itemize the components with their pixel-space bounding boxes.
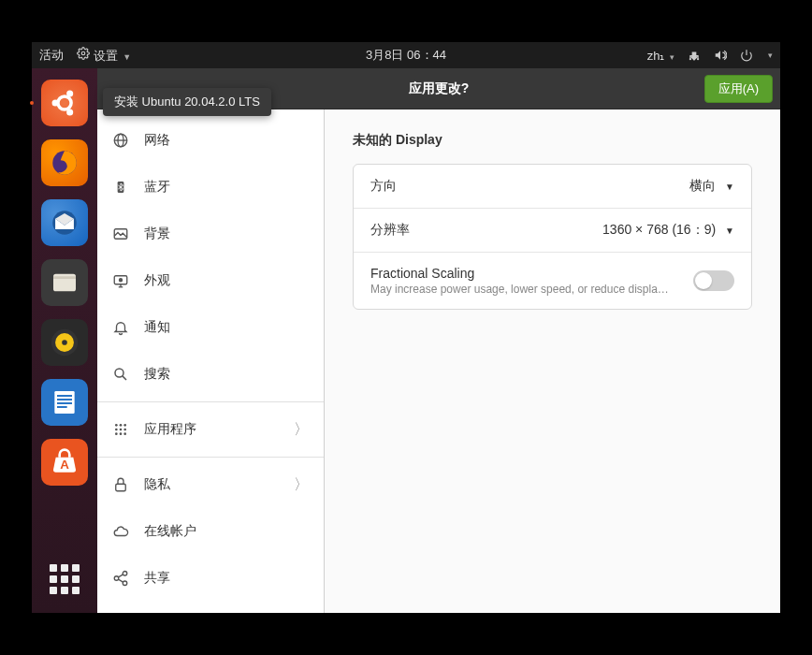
app-menu[interactable]: 设置 ▼ — [77, 47, 131, 65]
svg-point-1 — [689, 58, 691, 60]
setting-label: Fractional Scaling — [370, 266, 670, 281]
svg-line-47 — [118, 579, 123, 582]
clock[interactable]: 3月8日 06：44 — [366, 47, 446, 64]
sidebar-item-online-accounts[interactable]: 在线帐户 — [97, 508, 324, 555]
svg-point-15 — [62, 340, 67, 345]
tooltip: 安装 Ubuntu 20.04.2.0 LTS — [103, 88, 271, 116]
dock: A — [32, 68, 97, 613]
svg-rect-17 — [57, 395, 72, 397]
separator — [97, 457, 324, 458]
setting-subtitle: May increase power usage, lower speed, o… — [370, 283, 670, 296]
display-settings-group: 方向 横向 ▼ 分辨率 1360 × 768 (16：9) ▼ Fractio — [353, 164, 752, 310]
appearance-icon — [112, 272, 129, 289]
dock-show-applications[interactable] — [44, 559, 85, 600]
svg-point-38 — [123, 429, 126, 431]
svg-point-35 — [123, 424, 126, 427]
sidebar-item-privacy[interactable]: 隐私 〉 — [97, 461, 324, 508]
share-icon — [112, 570, 129, 587]
svg-point-31 — [115, 369, 123, 377]
svg-point-30 — [120, 279, 123, 282]
sidebar-item-network[interactable]: 网络 — [97, 117, 324, 164]
sidebar-item-notifications[interactable]: 通知 — [97, 304, 324, 351]
sidebar-item-label: 在线帐户 — [144, 523, 196, 540]
svg-point-3 — [697, 58, 699, 60]
grid-icon — [112, 421, 129, 438]
separator — [97, 401, 324, 402]
svg-rect-19 — [57, 402, 72, 404]
sidebar-item-appearance[interactable]: 外观 — [97, 257, 324, 304]
input-method-indicator[interactable]: zh₁ ▾ — [647, 49, 674, 63]
svg-rect-20 — [57, 406, 67, 408]
svg-rect-12 — [53, 276, 76, 279]
activities-button[interactable]: 活动 — [39, 47, 64, 64]
svg-text:A: A — [60, 458, 69, 472]
sidebar-item-bluetooth[interactable]: 蓝牙 — [97, 164, 324, 211]
settings-sidebar: 网络 蓝牙 背景 外观 — [97, 109, 325, 613]
power-icon[interactable] — [740, 49, 753, 62]
globe-icon — [112, 132, 129, 149]
gear-icon — [77, 47, 90, 60]
cloud-icon — [112, 523, 129, 540]
fractional-scaling-toggle[interactable] — [693, 270, 734, 291]
sidebar-item-applications[interactable]: 应用程序 〉 — [97, 406, 324, 453]
svg-point-34 — [120, 424, 123, 427]
chevron-down-icon: ▾ — [670, 52, 674, 62]
lock-icon — [112, 476, 129, 493]
sidebar-item-label: 蓝牙 — [144, 179, 170, 196]
bell-icon — [112, 319, 129, 336]
setting-value: 1360 × 768 (16：9) ▼ — [602, 222, 734, 239]
svg-point-41 — [123, 432, 126, 435]
sidebar-item-label: 背景 — [144, 226, 170, 242]
background-icon — [112, 226, 129, 242]
svg-point-2 — [693, 58, 695, 60]
dock-item-rhythmbox[interactable] — [41, 319, 88, 366]
setting-fractional-scaling: Fractional Scaling May increase power us… — [354, 253, 751, 309]
chevron-right-icon: 〉 — [294, 475, 309, 495]
dock-item-firefox[interactable] — [41, 139, 88, 186]
sidebar-item-background[interactable]: 背景 — [97, 211, 324, 257]
sidebar-item-label: 通知 — [144, 319, 170, 336]
chevron-down-icon: ▾ — [768, 51, 773, 60]
dock-item-software[interactable]: A — [41, 439, 88, 486]
svg-point-44 — [114, 576, 119, 581]
chevron-down-icon: ▼ — [725, 182, 734, 192]
app-menu-label: 设置 — [94, 49, 118, 63]
svg-point-37 — [120, 429, 123, 431]
svg-rect-42 — [116, 484, 126, 491]
dock-item-thunderbird[interactable] — [41, 199, 88, 246]
setting-label: 分辨率 — [370, 222, 410, 239]
network-icon[interactable] — [688, 49, 701, 62]
sidebar-item-label: 搜索 — [144, 366, 170, 383]
svg-point-33 — [115, 424, 118, 427]
header-title: 应用更改? — [409, 80, 470, 97]
chevron-right-icon: 〉 — [294, 420, 309, 440]
chevron-down-icon: ▼ — [725, 226, 734, 236]
dock-item-files[interactable] — [41, 259, 88, 306]
top-bar: 活动 设置 ▼ 3月8日 06：44 zh₁ ▾ ▾ — [32, 42, 780, 68]
volume-icon[interactable] — [714, 49, 727, 62]
sidebar-item-search[interactable]: 搜索 — [97, 351, 324, 398]
svg-point-0 — [81, 51, 85, 55]
sidebar-item-sharing[interactable]: 共享 — [97, 555, 324, 602]
dock-item-installer[interactable] — [41, 80, 88, 126]
setting-label: 方向 — [370, 178, 397, 195]
sidebar-item-label: 外观 — [144, 272, 170, 289]
svg-point-40 — [120, 432, 123, 435]
apply-button[interactable]: 应用(A) — [704, 75, 773, 103]
sidebar-item-label: 共享 — [144, 570, 170, 587]
sidebar-item-label: 隐私 — [144, 476, 170, 493]
svg-point-39 — [115, 432, 118, 435]
section-title: 未知的 Display — [353, 132, 752, 149]
svg-point-8 — [58, 96, 71, 109]
dock-item-libreoffice-writer[interactable] — [41, 379, 88, 426]
setting-value: 横向 ▼ — [689, 178, 734, 195]
bluetooth-icon — [112, 179, 129, 196]
svg-point-36 — [115, 429, 118, 431]
sidebar-item-label: 应用程序 — [144, 421, 196, 438]
setting-resolution[interactable]: 分辨率 1360 × 768 (16：9) ▼ — [354, 209, 751, 253]
search-icon — [112, 366, 129, 383]
svg-line-32 — [123, 376, 126, 380]
chevron-down-icon: ▼ — [123, 52, 131, 62]
sidebar-item-label: 网络 — [144, 132, 170, 149]
setting-orientation[interactable]: 方向 横向 ▼ — [354, 165, 751, 209]
